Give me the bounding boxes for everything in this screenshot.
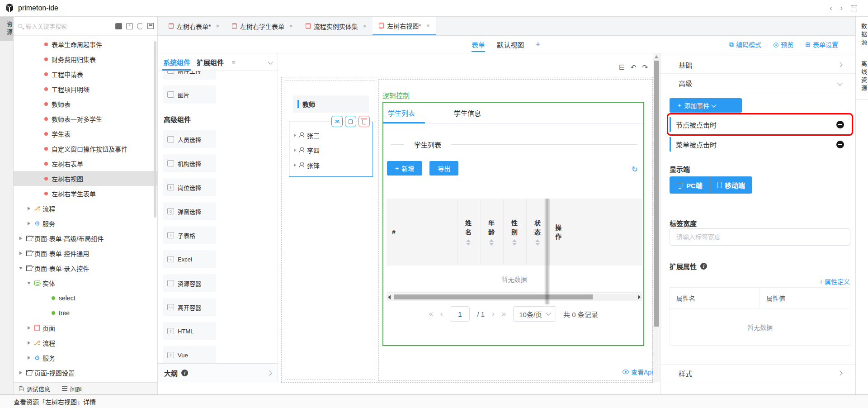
palette-item[interactable]: 5 Vue bbox=[163, 346, 216, 363]
tab-system-components[interactable]: 系统组件 bbox=[163, 54, 190, 71]
tree-arrow-icon[interactable] bbox=[25, 282, 33, 285]
tree-item[interactable]: 工程项目明细 bbox=[14, 81, 157, 96]
sort-icons[interactable] bbox=[535, 239, 540, 246]
palette-collapse-icon[interactable] bbox=[268, 59, 273, 64]
sort-desc-icon[interactable] bbox=[489, 243, 494, 246]
table-header-cell[interactable]: 姓名 bbox=[458, 199, 481, 266]
tree-item[interactable]: 页面-表单-高级/布局组件 bbox=[14, 231, 157, 246]
sort-desc-icon[interactable] bbox=[512, 243, 517, 246]
export-button[interactable]: 导出 bbox=[429, 161, 458, 176]
tree-item[interactable]: 左树右学生表单 bbox=[14, 186, 157, 201]
tree-item[interactable]: 自定义窗口操作按钮及事件 bbox=[14, 141, 157, 156]
palette-item[interactable]: Q 弹窗选择 bbox=[163, 202, 216, 220]
section-advanced[interactable]: 高级 bbox=[660, 74, 855, 92]
tree-item[interactable]: 服务 bbox=[14, 350, 157, 365]
palette-item[interactable]: 5 HTML bbox=[163, 322, 216, 340]
sort-icons[interactable] bbox=[466, 239, 471, 246]
close-tab-icon[interactable]: × bbox=[426, 22, 430, 29]
table-header-cell[interactable]: # bbox=[387, 199, 458, 266]
tree-item[interactable]: 页面 bbox=[14, 320, 157, 335]
palette-sort-icon[interactable]: ≡ bbox=[232, 59, 236, 66]
page-size-select[interactable]: 10条/页 bbox=[513, 306, 556, 322]
js-event-button[interactable]: JS bbox=[331, 116, 343, 127]
add-row-button[interactable]: +新增 bbox=[387, 161, 422, 176]
pc-side-button[interactable]: PC端 bbox=[670, 176, 710, 194]
event-item-node-clicked[interactable]: 节点被点击时 bbox=[670, 116, 850, 133]
table-horizontal-scrollbar[interactable] bbox=[387, 294, 642, 301]
palette-item[interactable]: 资源容器 bbox=[163, 274, 216, 292]
form-settings-button[interactable]: ⊞表单设置 bbox=[805, 40, 838, 49]
expand-arrow-icon[interactable] bbox=[294, 148, 296, 152]
palette-item[interactable]: 图片 bbox=[163, 85, 216, 104]
tree-item[interactable]: select bbox=[14, 290, 157, 305]
palette-item[interactable]: 附件上传 bbox=[163, 71, 216, 80]
tree-arrow-icon[interactable] bbox=[25, 207, 33, 210]
table-header-cell[interactable]: 年龄 bbox=[481, 199, 504, 266]
preview-button[interactable]: ◎预览 bbox=[773, 40, 793, 49]
nav-forward-icon[interactable]: › bbox=[840, 4, 843, 12]
refresh-icon[interactable] bbox=[137, 23, 143, 29]
property-define-link[interactable]: + 属性定义 bbox=[819, 277, 850, 286]
tree-item[interactable]: 页面-表单-录入控件 bbox=[14, 261, 157, 275]
close-tab-icon[interactable]: × bbox=[289, 23, 293, 29]
tree-item[interactable]: 流程 bbox=[14, 335, 157, 350]
close-tab-icon[interactable]: × bbox=[363, 23, 367, 29]
tree-item[interactable]: 表单生命周起事件 bbox=[14, 37, 157, 52]
datasource-strip-tab[interactable]: 数据源 bbox=[856, 17, 868, 54]
tree-item[interactable]: 页面-表单-控件通用 bbox=[14, 246, 157, 261]
scroll-left-icon[interactable] bbox=[388, 295, 391, 299]
close-tab-icon[interactable]: × bbox=[216, 23, 219, 29]
section-basic[interactable]: 基础 bbox=[660, 56, 855, 74]
palette-item[interactable]: 人员选择 bbox=[163, 130, 216, 148]
tree-item[interactable]: 服务 bbox=[14, 216, 157, 231]
next-page-button[interactable]: › bbox=[492, 309, 495, 318]
sidebar-scrollbar[interactable] bbox=[154, 41, 156, 218]
scrollbar-thumb[interactable] bbox=[394, 294, 593, 299]
tree-arrow-icon[interactable] bbox=[17, 237, 24, 240]
debug-info-button[interactable]: 调试信息 bbox=[19, 384, 50, 393]
palette-item[interactable]: x Excel bbox=[163, 250, 216, 268]
section-style[interactable]: 样式 bbox=[660, 364, 855, 382]
tree-arrow-icon[interactable] bbox=[25, 341, 33, 345]
table-header-cell[interactable]: 操作 bbox=[550, 199, 642, 266]
tree-item[interactable]: 流程 bbox=[14, 201, 157, 216]
palette-item[interactable]: 8 岗位选择 bbox=[163, 178, 216, 196]
sort-icons[interactable] bbox=[489, 239, 494, 246]
file-tab[interactable]: 左树右视图* × bbox=[373, 17, 436, 35]
table-header-cell[interactable]: 状态 bbox=[527, 199, 550, 266]
palette-item[interactable]: 机构选择 bbox=[163, 154, 216, 172]
teacher-tree-node[interactable]: 张锋 bbox=[289, 157, 373, 172]
redo-icon[interactable]: ↷ bbox=[642, 63, 648, 71]
outline-list-icon[interactable]: ⋿ bbox=[619, 63, 625, 71]
table-header-cell[interactable]: 性别 bbox=[504, 199, 527, 266]
expand-arrow-icon[interactable] bbox=[294, 163, 296, 167]
scroll-right-icon[interactable] bbox=[638, 295, 641, 299]
tree-arrow-icon[interactable] bbox=[17, 267, 24, 270]
code-mode-button[interactable]: ⧉编码模式 bbox=[729, 40, 761, 49]
tree-arrow-icon[interactable] bbox=[25, 356, 33, 360]
tree-item[interactable]: 学生表 bbox=[14, 126, 157, 141]
palette-item[interactable]: <> 高开容器 bbox=[163, 298, 216, 316]
tree-arrow-icon[interactable] bbox=[25, 222, 33, 225]
page-number-input[interactable]: 1 bbox=[450, 306, 470, 322]
tab-student-list[interactable]: 学生列表 bbox=[383, 103, 420, 123]
resources-strip-tab[interactable]: 资源 bbox=[0, 17, 14, 41]
expand-arrow-icon[interactable] bbox=[294, 133, 296, 137]
remove-event-icon[interactable] bbox=[836, 141, 844, 148]
add-view-button[interactable]: + bbox=[536, 40, 540, 49]
refresh-table-icon[interactable]: ↻ bbox=[632, 165, 638, 174]
copy-widget-button[interactable] bbox=[345, 116, 356, 127]
sort-asc-icon[interactable] bbox=[489, 239, 494, 242]
tab-form[interactable]: 表单 bbox=[472, 36, 485, 53]
tree-arrow-icon[interactable] bbox=[17, 371, 24, 375]
file-tab[interactable]: 左树右表单* × bbox=[162, 17, 226, 35]
tree-item[interactable]: 左树右视图 bbox=[14, 171, 157, 186]
remove-event-icon[interactable] bbox=[836, 121, 844, 128]
add-event-button[interactable]: + 添加事件 bbox=[670, 98, 742, 113]
teacher-tree-node[interactable]: 张三 bbox=[289, 128, 373, 142]
sort-asc-icon[interactable] bbox=[535, 239, 540, 242]
last-page-button[interactable]: » bbox=[502, 309, 506, 318]
sort-icons[interactable] bbox=[512, 239, 517, 246]
save-icon[interactable] bbox=[851, 5, 857, 11]
tree-item[interactable]: 左树右表单 bbox=[14, 156, 157, 171]
